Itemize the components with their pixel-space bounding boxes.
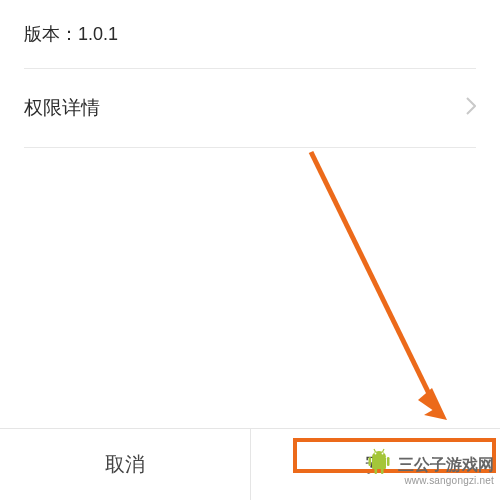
permission-details-label: 权限详情	[24, 95, 100, 121]
svg-point-5	[382, 453, 384, 455]
svg-line-10	[374, 449, 376, 452]
svg-line-0	[311, 152, 436, 408]
watermark-url: www.sangongzi.net	[398, 475, 494, 487]
svg-rect-8	[375, 468, 378, 474]
svg-rect-6	[369, 457, 372, 466]
cancel-button-label: 取消	[105, 451, 145, 478]
version-label: 版本：1.0.1	[24, 0, 476, 69]
android-logo-icon	[366, 446, 392, 480]
svg-rect-9	[381, 468, 384, 474]
svg-rect-3	[372, 457, 386, 469]
svg-point-4	[375, 453, 377, 455]
svg-line-11	[383, 449, 385, 452]
watermark: 三公子游戏网 www.sangongzi.net	[398, 456, 494, 486]
svg-marker-1	[424, 408, 447, 420]
watermark-title: 三公子游戏网	[398, 456, 494, 474]
permission-details-row[interactable]: 权限详情	[24, 69, 476, 148]
svg-rect-7	[387, 457, 390, 466]
svg-marker-2	[418, 388, 447, 420]
cancel-button[interactable]: 取消	[0, 429, 250, 500]
chevron-right-icon	[466, 97, 476, 120]
